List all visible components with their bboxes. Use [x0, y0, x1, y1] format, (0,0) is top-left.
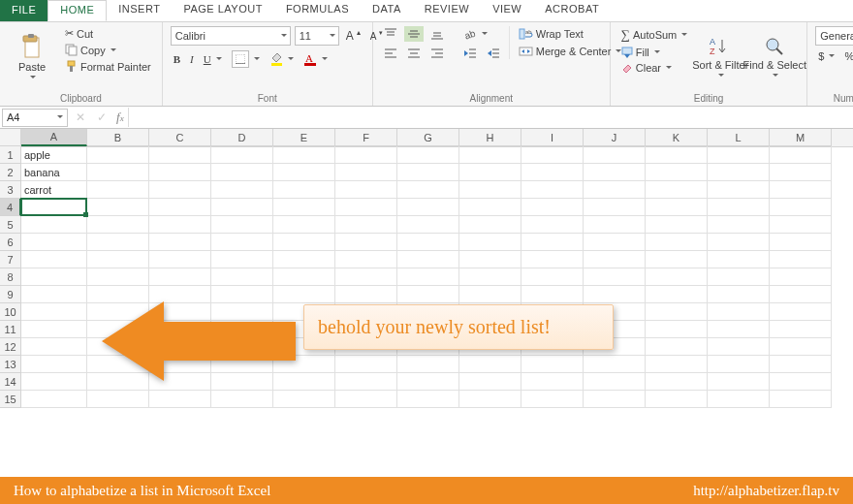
col-header-D[interactable]: D [211, 129, 273, 146]
cell[interactable] [708, 181, 770, 199]
cell[interactable] [273, 181, 335, 199]
decrease-indent-button[interactable] [460, 46, 480, 61]
cell[interactable] [521, 251, 584, 268]
cell[interactable] [708, 338, 770, 356]
cell[interactable] [521, 373, 584, 391]
copy-button[interactable]: Copy [62, 43, 154, 57]
bold-button[interactable]: B [171, 52, 183, 66]
cell[interactable] [459, 146, 521, 164]
col-header-G[interactable]: G [397, 129, 459, 146]
cell[interactable] [459, 164, 521, 181]
cell[interactable] [708, 146, 770, 164]
col-header-A[interactable]: A [21, 129, 87, 146]
cell[interactable] [584, 216, 646, 234]
cell[interactable] [87, 164, 149, 181]
row-header-2[interactable]: 2 [0, 164, 21, 181]
cell[interactable] [87, 181, 149, 199]
cell[interactable] [521, 391, 584, 408]
clear-button[interactable]: Clear [618, 61, 691, 75]
cell[interactable] [21, 286, 87, 303]
border-button[interactable] [229, 49, 263, 69]
cell[interactable] [397, 199, 459, 216]
cell[interactable] [335, 181, 397, 199]
cell[interactable] [459, 251, 521, 268]
cell[interactable] [335, 234, 397, 251]
cell[interactable] [149, 164, 211, 181]
cell[interactable] [335, 146, 397, 164]
col-header-C[interactable]: C [149, 129, 211, 146]
percent-button[interactable]: % [841, 49, 853, 63]
cell[interactable] [21, 216, 87, 234]
format-painter-button[interactable]: Format Painter [62, 59, 154, 74]
cell[interactable] [211, 181, 273, 199]
align-middle-button[interactable] [404, 26, 424, 42]
cell[interactable] [397, 216, 459, 234]
cell[interactable] [273, 251, 335, 268]
row-header-12[interactable]: 12 [0, 338, 21, 356]
cell[interactable] [646, 268, 708, 286]
cell[interactable] [584, 181, 646, 199]
merge-center-button[interactable]: Merge & Center [516, 44, 625, 59]
cell[interactable] [521, 216, 584, 234]
cell[interactable] [770, 146, 832, 164]
cell[interactable] [21, 199, 87, 216]
sort-filter-button[interactable]: AZ Sort & Filter [696, 26, 744, 88]
cell[interactable] [770, 199, 832, 216]
cell[interactable] [273, 146, 335, 164]
font-name-select[interactable]: Calibri [171, 26, 291, 46]
cell[interactable] [770, 303, 832, 321]
cell[interactable] [708, 356, 770, 373]
cell[interactable] [211, 199, 273, 216]
cell[interactable] [770, 391, 832, 408]
cell[interactable] [87, 199, 149, 216]
cell[interactable] [770, 321, 832, 338]
row-header-11[interactable]: 11 [0, 321, 21, 338]
cell[interactable] [708, 216, 770, 234]
cancel-formula-button[interactable]: ✕ [70, 110, 91, 124]
tab-insert[interactable]: INSERT [107, 0, 172, 21]
row-header-14[interactable]: 14 [0, 373, 21, 391]
row-header-7[interactable]: 7 [0, 251, 21, 268]
col-header-L[interactable]: L [708, 129, 770, 146]
cell[interactable] [770, 181, 832, 199]
cell[interactable] [459, 356, 521, 373]
cell[interactable] [397, 251, 459, 268]
italic-button[interactable]: I [187, 52, 197, 66]
cell[interactable] [770, 356, 832, 373]
underline-button[interactable]: U [201, 52, 225, 66]
cell[interactable] [708, 321, 770, 338]
fx-icon[interactable]: fx [112, 110, 128, 125]
cell[interactable] [646, 199, 708, 216]
cell[interactable] [21, 338, 87, 356]
enter-formula-button[interactable]: ✓ [91, 110, 112, 124]
align-top-button[interactable] [381, 26, 400, 42]
col-header-J[interactable]: J [584, 129, 646, 146]
cell[interactable] [21, 356, 87, 373]
row-header-9[interactable]: 9 [0, 286, 21, 303]
cell[interactable] [646, 391, 708, 408]
cell[interactable] [708, 391, 770, 408]
cell[interactable] [335, 286, 397, 303]
cell[interactable] [149, 268, 211, 286]
paste-button[interactable]: Paste [8, 26, 56, 88]
cell[interactable] [770, 234, 832, 251]
find-select-button[interactable]: Find & Select [750, 26, 799, 88]
cell[interactable]: banana [21, 164, 87, 181]
cell[interactable] [521, 234, 584, 251]
cell[interactable] [397, 356, 459, 373]
row-header-5[interactable]: 5 [0, 216, 21, 234]
row-header-4[interactable]: 4 [0, 199, 21, 216]
cell[interactable] [584, 199, 646, 216]
cell[interactable] [397, 268, 459, 286]
cell[interactable] [335, 356, 397, 373]
cell[interactable] [770, 268, 832, 286]
cell[interactable] [397, 146, 459, 164]
cell[interactable] [646, 181, 708, 199]
cell[interactable] [21, 268, 87, 286]
cell[interactable] [770, 286, 832, 303]
tab-file[interactable]: FILE [0, 0, 47, 21]
cell[interactable] [646, 234, 708, 251]
cell[interactable] [211, 251, 273, 268]
cell[interactable] [646, 146, 708, 164]
autosum-button[interactable]: ∑AutoSum [618, 26, 691, 44]
